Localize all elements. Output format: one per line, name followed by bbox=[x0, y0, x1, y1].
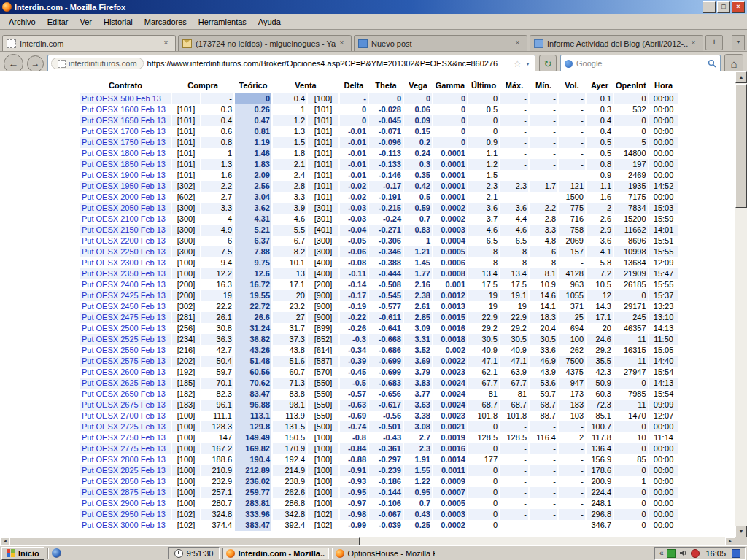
last-price: 2.1 bbox=[468, 192, 499, 203]
time-value: 00:00 bbox=[649, 443, 678, 454]
start-button[interactable]: Inicio bbox=[1, 547, 44, 560]
tab-informe-blog[interactable]: Informe Actividad del Blog (Abril/2012-.… bbox=[530, 35, 703, 51]
contract-link[interactable]: Put OESX 2950 Feb 13 bbox=[80, 509, 171, 520]
contract-link[interactable]: Put OESX 1950 Feb 13 bbox=[80, 181, 171, 192]
contract-link[interactable]: Put OESX 2200 Feb 13 bbox=[80, 236, 171, 246]
menu-item[interactable]: Marcadores bbox=[139, 15, 193, 28]
maximize-button[interactable]: □ bbox=[717, 1, 730, 13]
contract-link[interactable]: Put OESX 2775 Feb 13 bbox=[80, 443, 171, 454]
menu-item[interactable]: Historial bbox=[98, 15, 139, 28]
scrollbar-thumb[interactable] bbox=[735, 84, 747, 208]
contract-link[interactable]: Put OESX 2750 Feb 13 bbox=[80, 432, 171, 443]
close-button[interactable]: × bbox=[732, 1, 745, 13]
tab-close-icon[interactable]: × bbox=[512, 38, 523, 49]
time-value: 11:50 bbox=[649, 334, 678, 345]
contract-link[interactable]: Put OESX 2650 Feb 13 bbox=[80, 389, 171, 400]
contract-link[interactable]: Put OESX 2700 Feb 13 bbox=[80, 411, 171, 421]
contract-link[interactable]: Put OESX 2050 Feb 13 bbox=[80, 203, 171, 214]
open-interest-value: 0 bbox=[614, 520, 648, 531]
tab-favicon-icon bbox=[182, 39, 192, 48]
tray-chevron-icon[interactable]: « bbox=[659, 549, 664, 557]
search-bar[interactable]: Google bbox=[560, 55, 721, 72]
contract-link[interactable]: Put OESX 3000 Feb 13 bbox=[80, 520, 171, 531]
contract-link[interactable]: Put OESX 1700 Feb 13 bbox=[80, 126, 171, 137]
contract-link[interactable]: Put OESX 1900 Feb 13 bbox=[80, 170, 171, 181]
list-all-tabs-button[interactable]: ▼ bbox=[732, 35, 745, 50]
scroll-left-button[interactable]: ◄ bbox=[0, 537, 10, 545]
min-value: - bbox=[530, 93, 557, 104]
menu-item[interactable]: Ayuda bbox=[252, 15, 287, 28]
contract-link[interactable]: Put OESX 2825 Feb 13 bbox=[80, 465, 171, 476]
contract-link[interactable]: Put OESX 1750 Feb 13 bbox=[80, 137, 171, 148]
contract-link[interactable]: Put OESX 2300 Feb 13 bbox=[80, 257, 171, 268]
contract-link[interactable]: Put OESX 2350 Feb 13 bbox=[80, 268, 171, 279]
contract-link[interactable]: Put OESX 2850 Feb 13 bbox=[80, 476, 171, 487]
url-dropdown-icon[interactable]: ▼ bbox=[525, 61, 532, 66]
contract-link[interactable]: Put OESX 500 Feb 13 bbox=[80, 93, 171, 104]
quick-launch-icon[interactable] bbox=[52, 548, 61, 558]
scroll-right-button[interactable]: ► bbox=[725, 537, 735, 545]
menu-item[interactable]: Editar bbox=[42, 15, 74, 28]
contract-link[interactable]: Put OESX 2525 Feb 13 bbox=[80, 334, 171, 345]
gamma-value: 0.0002 bbox=[433, 520, 467, 531]
horizontal-scrollbar[interactable]: ◄ ► bbox=[0, 537, 735, 545]
contract-link[interactable]: Put OESX 2725 Feb 13 bbox=[80, 421, 171, 432]
contract-link[interactable]: Put OESX 2575 Feb 13 bbox=[80, 356, 171, 367]
new-tab-button[interactable]: + bbox=[705, 35, 723, 50]
contract-link[interactable]: Put OESX 2625 Feb 13 bbox=[80, 378, 171, 389]
prev-close-value: 4.1 bbox=[587, 246, 613, 257]
tab-close-icon[interactable]: × bbox=[160, 38, 171, 49]
contract-link[interactable]: Put OESX 2000 Feb 13 bbox=[80, 192, 171, 203]
vertical-scrollbar[interactable]: ▲ ▼ bbox=[735, 71, 747, 537]
forward-button[interactable]: → bbox=[27, 55, 44, 72]
contract-link[interactable]: Put OESX 1650 Feb 13 bbox=[80, 115, 171, 126]
contract-link[interactable]: Put OESX 2550 Feb 13 bbox=[80, 345, 171, 356]
hscrollbar-thumb[interactable] bbox=[9, 537, 360, 545]
menu-item[interactable]: Archivo bbox=[3, 15, 42, 28]
tab-nuevo-post[interactable]: Nuevo post × bbox=[354, 35, 527, 51]
menu-item[interactable]: Herramientas bbox=[193, 15, 252, 28]
home-button[interactable]: ⌂ bbox=[724, 54, 743, 73]
tab-mail[interactable]: (173724 no leídos) - miguelnogues - Yah.… bbox=[178, 35, 352, 51]
contract-link[interactable]: Put OESX 2450 Feb 13 bbox=[80, 301, 171, 312]
reload-button[interactable]: ↻ bbox=[539, 55, 557, 72]
minimize-button[interactable]: _ bbox=[703, 1, 716, 13]
tab-interdin[interactable]: Interdin.com × bbox=[2, 35, 176, 51]
contract-link[interactable]: Put OESX 2875 Feb 13 bbox=[80, 487, 171, 498]
contract-link[interactable]: Put OESX 1600 Feb 13 bbox=[80, 104, 171, 115]
contract-link[interactable]: Put OESX 2250 Feb 13 bbox=[80, 246, 171, 257]
contract-link[interactable]: Put OESX 2400 Feb 13 bbox=[80, 279, 171, 290]
contract-link[interactable]: Put OESX 1850 Feb 13 bbox=[80, 159, 171, 170]
menu-item[interactable]: Ver bbox=[74, 15, 98, 28]
last-price: 68.7 bbox=[468, 400, 499, 411]
tab-close-icon[interactable]: × bbox=[688, 38, 699, 49]
tab-close-icon[interactable]: × bbox=[336, 38, 347, 49]
contract-link[interactable]: Put OESX 1800 Feb 13 bbox=[80, 148, 171, 159]
contract-link[interactable]: Put OESX 2600 Feb 13 bbox=[80, 367, 171, 378]
contract-link[interactable]: Put OESX 2100 Feb 13 bbox=[80, 214, 171, 225]
address-bar[interactable]: interdinfuturos.com https://www.interdin… bbox=[47, 55, 535, 72]
table-row: Put OESX 2300 Feb 13 [100] 9.4 9.75 10.1… bbox=[80, 257, 678, 268]
messenger-icon[interactable] bbox=[667, 549, 676, 558]
site-identity-button[interactable]: interdinfuturos.com bbox=[51, 58, 144, 69]
contract-link[interactable]: Put OESX 2900 Feb 13 bbox=[80, 498, 171, 509]
contract-link[interactable]: Put OESX 2500 Feb 13 bbox=[80, 323, 171, 334]
last-price: 62.1 bbox=[468, 367, 499, 378]
network-icon[interactable] bbox=[732, 549, 740, 558]
taskbar-button-interdin[interactable]: Interdin.com - Mozilla... bbox=[222, 548, 329, 559]
contract-link[interactable]: Put OESX 2425 Feb 13 bbox=[80, 290, 171, 301]
contract-link[interactable]: Put OESX 2475 Feb 13 bbox=[80, 312, 171, 323]
delta-value: -0.91 bbox=[340, 465, 368, 476]
scroll-down-button[interactable]: ▼ bbox=[735, 526, 747, 537]
contract-link[interactable]: Put OESX 2675 Feb 13 bbox=[80, 400, 171, 411]
volume-icon[interactable] bbox=[679, 549, 687, 557]
bookmark-star-icon[interactable]: ☆ bbox=[513, 58, 522, 69]
contract-link[interactable]: Put OESX 2150 Feb 13 bbox=[80, 225, 171, 236]
contract-link[interactable]: Put OESX 2800 Feb 13 bbox=[80, 454, 171, 465]
scroll-up-button[interactable]: ▲ bbox=[735, 71, 747, 83]
taskbar-button-optionshouse[interactable]: OptionsHouse - Mozilla Fi... bbox=[332, 548, 438, 559]
search-icon[interactable] bbox=[708, 59, 716, 68]
back-button[interactable]: ← bbox=[4, 54, 23, 74]
alert-icon[interactable] bbox=[691, 549, 700, 558]
search-engine-icon[interactable] bbox=[565, 60, 573, 68]
